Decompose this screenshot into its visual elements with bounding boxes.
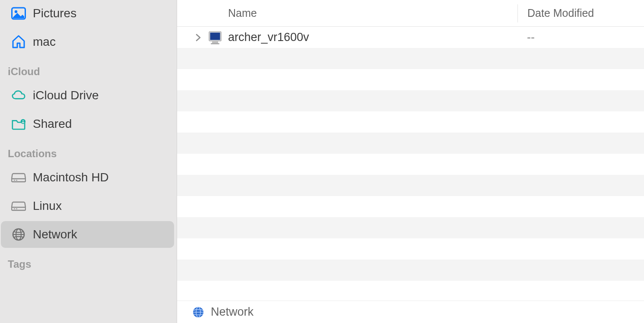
sidebar-item-macintosh-hd[interactable]: Macintosh HD xyxy=(1,164,174,191)
empty-row xyxy=(177,69,644,90)
hdd-icon xyxy=(11,199,26,213)
sidebar-item-home[interactable]: mac xyxy=(1,28,174,55)
cloud-icon xyxy=(11,88,26,103)
sidebar-item-label: iCloud Drive xyxy=(33,89,99,102)
column-header-name[interactable]: Name xyxy=(177,7,517,19)
sidebar-section-icloud: iCloud xyxy=(0,57,177,82)
empty-row xyxy=(177,111,644,133)
empty-row xyxy=(177,48,644,69)
empty-row xyxy=(177,281,644,301)
sidebar-item-linux[interactable]: Linux xyxy=(1,193,174,219)
path-bar: Network xyxy=(177,301,644,323)
network-computer-icon xyxy=(207,30,223,45)
list-item[interactable]: archer_vr1600v -- xyxy=(177,27,644,48)
sidebar-item-icloud-drive[interactable]: iCloud Drive xyxy=(1,82,174,109)
svg-point-1 xyxy=(15,10,17,13)
file-date-modified: -- xyxy=(517,31,644,44)
empty-row xyxy=(177,90,644,111)
pictures-icon xyxy=(11,6,26,21)
empty-row xyxy=(177,260,644,281)
sidebar-item-label: Shared xyxy=(33,117,72,131)
sidebar-item-pictures[interactable]: Pictures xyxy=(1,0,174,27)
sidebar-section-locations: Locations xyxy=(0,139,177,164)
svg-rect-15 xyxy=(212,41,218,43)
column-header-date-modified[interactable]: Date Modified xyxy=(517,4,644,22)
sidebar-item-network[interactable]: Network xyxy=(1,221,174,248)
main-content: Name Date Modified archer_vr1600v xyxy=(177,0,644,323)
sidebar-item-label: mac xyxy=(33,35,56,49)
file-list[interactable]: archer_vr1600v -- xyxy=(177,27,644,301)
sidebar-item-label: Pictures xyxy=(33,6,76,20)
chevron-right-icon[interactable] xyxy=(194,34,202,41)
column-headers: Name Date Modified xyxy=(177,0,644,27)
empty-row xyxy=(177,217,644,238)
shared-folder-icon xyxy=(11,117,26,131)
sidebar-item-label: Linux xyxy=(33,199,62,213)
sidebar-item-label: Macintosh HD xyxy=(33,171,109,184)
empty-row xyxy=(177,238,644,260)
home-icon xyxy=(11,35,26,49)
empty-row xyxy=(177,196,644,217)
globe-icon xyxy=(11,227,26,242)
sidebar-item-shared[interactable]: Shared xyxy=(1,111,174,137)
network-globe-icon xyxy=(192,306,205,319)
sidebar: Pictures mac iCloud iCloud Drive Sh xyxy=(0,0,177,323)
svg-rect-14 xyxy=(210,32,220,40)
empty-row xyxy=(177,175,644,196)
file-name: archer_vr1600v xyxy=(228,31,309,44)
sidebar-item-label: Network xyxy=(33,228,77,241)
sidebar-section-tags: Tags xyxy=(0,250,177,275)
svg-point-3 xyxy=(22,120,24,121)
empty-row xyxy=(177,133,644,154)
hdd-icon xyxy=(11,170,26,185)
empty-row xyxy=(177,154,644,175)
svg-rect-16 xyxy=(211,43,219,44)
path-bar-label[interactable]: Network xyxy=(211,305,254,319)
